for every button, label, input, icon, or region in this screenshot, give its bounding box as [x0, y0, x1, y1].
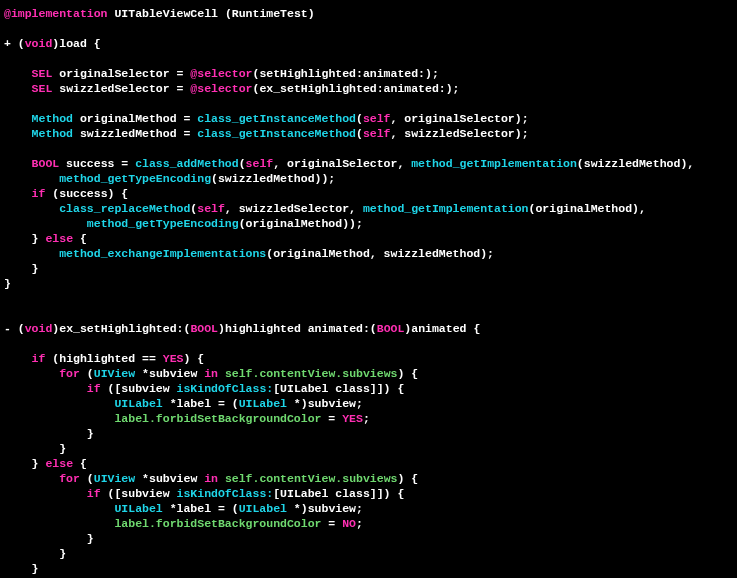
fn-class-replace-method: class_replaceMethod: [59, 202, 190, 215]
fn-class-get-instance: class_getInstanceMethod: [197, 112, 356, 125]
fn-method-exchange: method_exchangeImplementations: [59, 247, 266, 260]
type-sel: SEL: [32, 67, 53, 80]
type-void: void: [25, 37, 53, 50]
code-block: @implementation UITableViewCell (Runtime…: [0, 0, 737, 578]
const-yes: YES: [163, 352, 184, 365]
class-name: UITableViewCell: [114, 7, 218, 20]
type-bool: BOOL: [32, 157, 60, 170]
kw-implementation: @implementation: [4, 7, 108, 20]
kw-if: if: [32, 187, 46, 200]
msg-iskindofclass: isKindOfClass:: [177, 382, 274, 395]
kw-for: for: [59, 367, 80, 380]
const-no: NO: [342, 517, 356, 530]
prop-contentview-subviews: self.contentView.subviews: [225, 367, 398, 380]
type-uilabel: UILabel: [114, 397, 162, 410]
method-ex-set-highlighted: ex_setHighlighted:: [59, 322, 183, 335]
kw-else: else: [45, 232, 73, 245]
method-load: load: [59, 37, 87, 50]
kw-self: self: [363, 112, 391, 125]
kw-selector: @selector: [190, 67, 252, 80]
category: (RuntimeTest): [225, 7, 315, 20]
type-method: Method: [32, 112, 73, 125]
kw-in: in: [204, 367, 218, 380]
fn-method-get-type: method_getTypeEncoding: [59, 172, 211, 185]
type-uiview: UIView: [94, 367, 135, 380]
prop-forbid-bg: label.forbidSetBackgroundColor: [114, 412, 321, 425]
fn-method-get-impl: method_getImplementation: [411, 157, 577, 170]
fn-class-add-method: class_addMethod: [135, 157, 239, 170]
